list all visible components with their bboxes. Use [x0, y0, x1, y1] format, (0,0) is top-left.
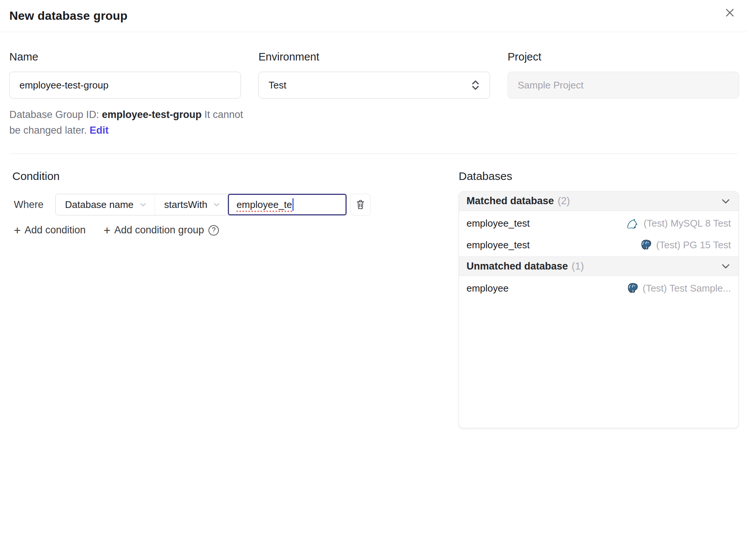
databases-heading: Databases [459, 169, 512, 184]
operator-value: startsWith [164, 199, 208, 211]
add-condition-group-label: Add condition group [114, 224, 204, 236]
name-label: Name [9, 50, 241, 64]
updown-chevron-icon [471, 80, 480, 91]
postgres-icon [640, 239, 652, 251]
condition-row: Where Database name startsWith employee_… [14, 194, 371, 215]
condition-actions: + Add condition + Add condition group ? [14, 224, 219, 236]
name-input[interactable] [19, 80, 231, 91]
database-row[interactable]: employee (Test) Test Sample... [459, 277, 738, 299]
text-caret [292, 198, 294, 211]
group-id-hint: Database Group ID: employee-test-group I… [9, 107, 251, 138]
unmatched-database-count: (1) [572, 261, 584, 272]
condition-value-text: employee_te [236, 199, 292, 211]
database-row[interactable]: employee_test (Test) MySQL 8 Test [459, 212, 738, 234]
condition-value-input[interactable]: employee_te [228, 194, 347, 215]
chevron-down-icon [139, 200, 147, 209]
condition-heading: Condition [12, 169, 60, 184]
instance-label: (Test) PG 15 Test [656, 239, 731, 251]
add-condition-label: Add condition [25, 224, 86, 236]
unmatched-database-header[interactable]: Unmatched database (1) [459, 256, 738, 276]
project-value: Sample Project [518, 80, 583, 91]
plus-icon: + [103, 225, 111, 236]
add-condition-button[interactable]: + Add condition [14, 224, 86, 236]
where-label: Where [14, 199, 49, 211]
instance-info: (Test) Test Sample... [627, 282, 731, 294]
chevron-down-icon [720, 196, 731, 206]
databases-panel: Matched database (2) employee_test (Test… [459, 191, 739, 428]
chevron-down-icon [213, 200, 221, 209]
trash-icon [355, 199, 366, 210]
instance-info: (Test) PG 15 Test [640, 239, 731, 251]
instance-info: (Test) MySQL 8 Test [626, 218, 731, 229]
condition-group: Database name startsWith employee_te [55, 194, 347, 215]
add-condition-group-button[interactable]: + Add condition group ? [103, 224, 219, 236]
unmatched-database-rows: employee (Test) Test Sample... [459, 276, 738, 300]
help-icon[interactable]: ? [208, 225, 219, 236]
delete-condition-button[interactable] [350, 194, 371, 215]
project-label: Project [508, 50, 739, 64]
environment-field-group: Environment Test [258, 50, 490, 138]
dialog-title: New database group [9, 9, 128, 23]
environment-select[interactable]: Test [258, 72, 490, 99]
form-grid: Name Database Group ID: employee-test-gr… [9, 50, 739, 138]
database-name: employee_test [467, 218, 530, 229]
name-field-group: Name Database Group ID: employee-test-gr… [9, 50, 241, 138]
unmatched-database-label: Unmatched database [467, 261, 568, 272]
mysql-icon [626, 218, 639, 228]
close-icon [723, 6, 737, 19]
group-id-value: employee-test-group [102, 109, 202, 120]
instance-label: (Test) MySQL 8 Test [644, 218, 731, 229]
database-name: employee_test [467, 239, 530, 251]
section-divider [9, 153, 738, 154]
environment-label: Environment [258, 50, 490, 64]
instance-label: (Test) Test Sample... [643, 283, 731, 294]
project-input-disabled: Sample Project [508, 72, 739, 99]
matched-database-label: Matched database [467, 195, 554, 207]
operator-select[interactable]: startsWith [155, 194, 229, 215]
chevron-down-icon [720, 261, 731, 271]
matched-database-rows: employee_test (Test) MySQL 8 Test employ… [459, 211, 738, 256]
factor-value: Database name [65, 199, 134, 211]
name-input-wrap [9, 72, 241, 99]
new-database-group-dialog: New database group Name Database Group I… [0, 0, 747, 560]
postgres-icon [627, 282, 639, 294]
plus-icon: + [14, 225, 21, 236]
database-row[interactable]: employee_test (Test) PG 15 Test [459, 234, 738, 256]
database-name: employee [467, 283, 509, 294]
matched-database-header[interactable]: Matched database (2) [459, 192, 738, 211]
matched-database-count: (2) [558, 195, 570, 207]
hint-prefix: Database Group ID: [9, 109, 102, 120]
close-button[interactable] [722, 4, 738, 21]
environment-value: Test [269, 80, 286, 91]
edit-id-link[interactable]: Edit [90, 125, 109, 136]
dialog-header: New database group [0, 0, 747, 32]
project-field-group: Project Sample Project [508, 50, 739, 138]
factor-select[interactable]: Database name [56, 194, 155, 215]
